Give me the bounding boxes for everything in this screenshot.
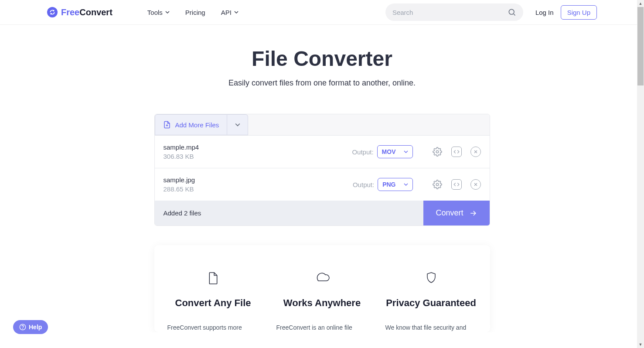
nav-api[interactable]: API [221,9,239,16]
logo-icon [47,7,58,17]
info-columns: Convert Any File FreeConvert supports mo… [167,271,477,332]
code-icon [453,149,460,155]
file-name: sample.mp4 [164,143,352,151]
file-icon [167,271,259,285]
file-info: sample.mp4 306.83 KB [164,143,352,160]
code-button[interactable] [451,147,462,157]
signup-button[interactable]: Sign Up [561,5,597,20]
info-col-privacy: Privacy Guaranteed We know that file sec… [385,271,477,332]
output-select[interactable]: PNG [378,178,412,191]
chevron-down-icon [234,10,239,14]
info-title: Privacy Guaranteed [385,297,477,309]
file-size: 288.65 KB [164,185,353,193]
help-button[interactable]: Help [13,320,48,332]
help-label: Help [29,324,42,331]
nav-tools[interactable]: Tools [147,9,170,16]
auth: Log In Sign Up [535,5,597,20]
cloud-icon [276,271,368,285]
file-plus-icon [163,121,171,129]
nav-pricing-label: Pricing [185,9,205,16]
login-link[interactable]: Log In [535,9,554,16]
output-label: Output: [353,181,374,188]
file-row: sample.mp4 306.83 KB Output: MOV [155,135,490,168]
add-row: Add More Files [155,114,490,135]
search-input[interactable] [392,9,508,16]
info-col-anywhere: Works Anywhere FreeConvert is an online … [276,271,368,332]
output-value: MOV [382,148,396,155]
panel-footer: Added 2 files Convert [155,201,490,225]
added-count: Added 2 files [155,201,424,225]
settings-button[interactable] [432,179,443,190]
file-row: sample.jpg 288.65 KB Output: PNG [155,168,490,201]
arrow-right-icon [469,209,477,218]
add-more-button[interactable]: Add More Files [155,114,228,135]
remove-button[interactable] [470,147,481,157]
info-text: FreeConvert is an online file [276,323,368,332]
info-text: We know that file security and [385,323,477,332]
scrollbar[interactable]: ▲ ▼ [637,0,644,332]
header: FreeConvert Tools Pricing API Log In Sig… [0,0,644,25]
scroll-up-icon[interactable]: ▲ [637,0,644,7]
logo[interactable]: FreeConvert [47,7,112,17]
svg-point-2 [436,183,439,186]
nav-tools-label: Tools [147,9,163,16]
close-icon [473,149,478,154]
file-name: sample.jpg [164,176,353,184]
chevron-down-icon [235,122,240,127]
logo-text: FreeConvert [61,7,112,17]
info-text: FreeConvert supports more [167,323,259,332]
chevron-down-icon [404,150,408,154]
output-label: Output: [352,148,373,156]
nav-pricing[interactable]: Pricing [185,9,205,16]
remove-button[interactable] [470,179,481,190]
info-col-convert: Convert Any File FreeConvert supports mo… [167,271,259,332]
hero: File Converter Easily convert files from… [0,47,644,88]
svg-point-0 [509,9,514,14]
chevron-down-icon [404,182,408,187]
search-box[interactable] [385,3,523,21]
convert-label: Convert [436,208,463,218]
output-select[interactable]: MOV [377,145,413,158]
gear-icon [433,147,442,157]
code-button[interactable] [451,179,462,190]
svg-point-1 [436,150,439,153]
svg-point-4 [23,329,23,329]
convert-button[interactable]: Convert [423,201,489,225]
info-title: Works Anywhere [276,297,368,309]
code-icon [453,181,460,188]
search-icon[interactable] [508,8,516,17]
file-size: 306.83 KB [164,153,352,160]
output-value: PNG [382,181,395,188]
file-panel: Add More Files sample.mp4 306.83 KB Outp… [154,114,490,226]
page-subtitle: Easily convert files from one format to … [0,78,644,88]
settings-button[interactable] [432,147,443,157]
scrollbar-thumb[interactable] [637,7,644,85]
chevron-down-icon [165,10,170,14]
close-icon [473,182,478,187]
shield-icon [385,271,477,285]
page-title: File Converter [0,47,644,71]
file-info: sample.jpg 288.65 KB [164,176,353,193]
nav: Tools Pricing API [147,9,239,16]
gear-icon [433,180,442,189]
info-box: Convert Any File FreeConvert supports mo… [154,245,490,332]
add-more-label: Add More Files [175,121,219,129]
help-icon [19,324,26,331]
nav-api-label: API [221,9,232,16]
info-title: Convert Any File [167,297,259,309]
add-more-dropdown[interactable] [227,114,248,135]
